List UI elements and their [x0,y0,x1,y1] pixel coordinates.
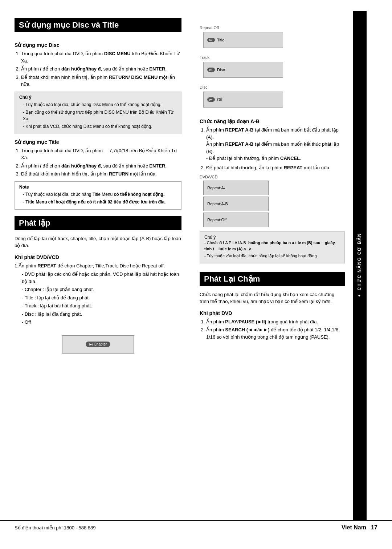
step-item: Ấn phím / để chọn dân hướng/thay đ, sau … [21,65,181,73]
section2-step1: 1.Ấn phím REPEAT để chọn Chapter, Title,… [15,262,181,270]
screen-block-1: Repeat:Off ⏮ Title [200,25,345,48]
screen1-display: ⏮ Title [203,32,283,48]
step-item: Ấn phím REPEAT A-B tại điểm mà bạn muốn … [206,126,345,162]
footer-page: Viet Nam _17 [342,524,377,531]
footer-phone: Số điện thoại miễn phí 1800 - 588 889 [15,525,96,530]
chuy-note: Chú ý - Cheá oã LA P LA IA-B hoãng cho p… [200,231,345,263]
section3-header: Phát Lại Chậm [200,272,345,286]
repeat-stack: Repeat:A- Repeat:A-B Repeat:Off [203,181,345,227]
list-item: - Track : lặp lại bài hát đang phát. [22,302,181,310]
list-item: - Title Menu chỉ hoạt động nếu có ít nhấ… [23,199,177,205]
sub-section1-steps: Trong quá trình phát đĩa DVD, ấn phím DI… [15,50,181,88]
sub-section2-title: Sử dụng mục Title [15,139,181,145]
section2-title: Phát lặp [19,218,50,227]
repeat-screen-ab: Repeat:A-B [203,197,269,211]
screen3-display: ⏮ Off [203,92,283,108]
disc-btn: ⏮ [207,68,215,72]
main-content: Sử dụng mục Disc và Title Sử dụng mục Di… [0,11,392,520]
list-item: - Chapter : lặp lại phần đang phát. [22,286,181,293]
step-item: Trong quá trình phát đĩa DVD, ấn phím 7,… [21,147,181,161]
list-item: - Tùy thuộc vào loại đĩa, chức năng Disc… [23,101,177,108]
section3-steps: Ấn phím PLAY/PAUSE (►II) trong quá trình… [200,318,345,341]
screen1-label: Repeat:Off [200,25,345,30]
note1-list: - Tùy thuộc vào loại đĩa, chức năng Disc… [19,101,177,130]
left-column: Sử dụng mục Disc và Title Sử dụng mục Di… [0,11,192,520]
footer: Số điện thoại miễn phí 1800 - 588 889 Vi… [0,520,392,534]
screen-block-3: Disc ⏮ Off [200,85,345,108]
note2-title: Note [19,185,177,190]
note-box-1: Chú ý - Tùy thuộc vào loại đĩa, chức năn… [15,92,181,134]
step-item: Ấn phím SEARCH (◄◄/►►) để chọn tốc độ ph… [206,326,345,340]
step-item: Để thoát khỏi màn hình hiển thị, ấn phím… [21,170,181,178]
section3-title: Phát Lại Chậm [204,274,260,283]
side-tab-text: ● CHỨC NĂNG CƠ BẢN [357,233,363,298]
ab-steps: Ấn phím REPEAT A-B tại điểm mà bạn muốn … [200,126,345,171]
off-btn: ⏮ [207,97,215,102]
right-column: Repeat:Off ⏮ Title Track ⏮ Disc [192,11,367,520]
chuy-note-item2: - Tùy thuộc vào loại đĩa, chức năng lặp … [204,253,340,259]
screen2-display: ⏮ Disc [203,62,283,78]
chapter-screen-wrapper: ⏮ Chapter [15,331,181,358]
chapter-btn: ⏮ Chapter [86,342,110,347]
list-item: - Off [22,319,181,326]
note2-list: - Tùy thuộc vào loại đĩa, chức năng Titl… [19,191,177,205]
sub-section2-steps: Trong quá trình phát đĩa DVD, ấn phím 7,… [15,147,181,178]
ab-title: Chức năng lặp đoạn A-B [200,118,345,124]
section2-items: - DVD phát lặp các chủ để hoặc các phần,… [15,271,181,326]
right-screens-top: Repeat:Off ⏮ Title Track ⏮ Disc [200,25,345,108]
repeat-screen-a: Repeat:A- [203,181,269,195]
section1-header: Sử dụng mục Disc và Title [15,18,181,32]
dvd-vcd-label: DVD/VCD [200,175,345,179]
ab-section: Chức năng lặp đoạn A-B Ấn phím REPEAT A-… [200,118,345,263]
list-item: - Disc : lặp lại đĩa đang phát. [22,311,181,318]
section2-wrapper: Phát lặp Dùng để lặp lại một track, chap… [15,216,181,358]
side-tab: ● CHỨC NĂNG CƠ BẢN [353,11,367,520]
section1-title: Sử dụng mục Disc và Title [19,20,119,29]
repeat-screen-off: Repeat:Off [203,213,269,227]
section3-sub-title: Khi phát DVD [200,310,345,316]
screen2-label: Track [200,55,345,60]
section2-sub1-title: Khi phát DVD/VCD [15,254,181,260]
screen3-label: Disc [200,85,345,89]
section3: Phát Lại Chậm Chức năng phát lại chậm rấ… [200,272,345,341]
section3-desc: Chức năng phát lại chậm rất hữu dụng khi… [200,291,345,305]
section2-desc: Dùng để lặp lại một track, chapter, titl… [15,235,181,249]
list-item: - Bạn cũng có thể sử dụng trực tiếp phím… [23,109,177,122]
step-item: Trong quá trình phát đĩa DVD, ấn phím DI… [21,50,181,64]
chuy-note-item1: - Cheá oã LA P LA IA-B hoãng cho pheùp b… [204,240,340,252]
step-item: Để phát lại bình thường, ấn lại phím REP… [206,164,345,171]
section2-header: Phát lặp [15,216,181,230]
step-item: Ấn phím PLAY/PAUSE (►II) trong quá trình… [206,318,345,326]
title-btn: ⏮ [207,38,215,42]
list-item: - Tùy thuộc vào loại đĩa, chức năng Titl… [23,191,177,198]
list-item: - Khi phát đĩa VCD, chức năng Disc Menu … [23,123,177,130]
chuy-note-title: Chú ý [204,235,340,240]
sub-section1-title: Sử dụng mục Disc [15,42,181,48]
page: Sử dụng mục Disc và Title Sử dụng mục Di… [0,0,392,549]
list-item: - Title : lặp lại chủ đề đang phát. [22,294,181,302]
screen-block-2: Track ⏮ Disc [200,55,345,78]
chapter-screen: ⏮ Chapter [62,335,134,354]
note-box-2: Note - Tùy thuộc vào loại đĩa, chức năng… [15,181,181,210]
step-item: Ấn phím / để chọn dân hướng/thay đ, sau … [21,162,181,170]
list-item: - DVD phát lặp các chủ để hoặc các phần,… [22,271,181,285]
step-item: Để thoát khỏi màn hình hiển thị, ấn phím… [21,74,181,88]
note1-title: Chú ý [19,95,177,100]
